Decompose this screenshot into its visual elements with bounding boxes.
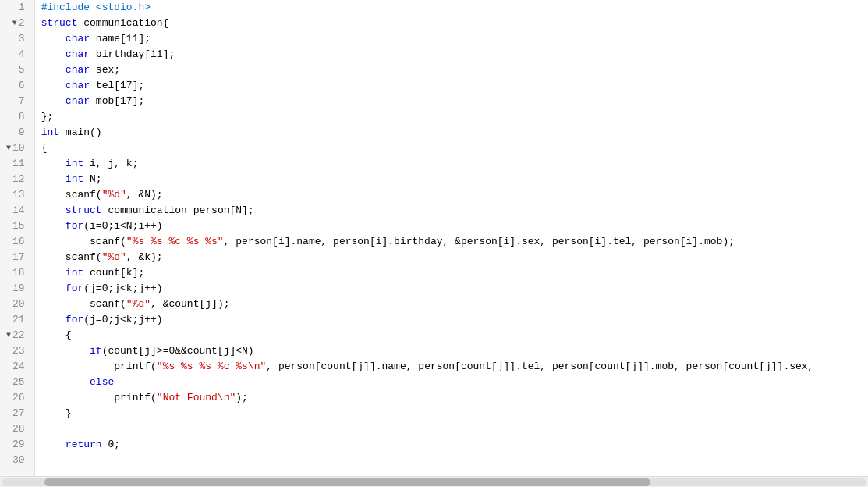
line-number-28: 28 <box>6 421 28 437</box>
code-line-17: scanf("%d", &k); <box>35 250 868 265</box>
editor-container: 1▼23456789▼101112131415161718192021▼2223… <box>0 0 868 487</box>
code-line-10: { <box>35 140 868 156</box>
code-line-12: int N; <box>35 172 868 187</box>
code-line-13: scanf("%d", &N); <box>35 187 868 203</box>
line-number-16: 16 <box>6 234 28 250</box>
line-number-25: 25 <box>6 375 28 390</box>
code-line-24: printf("%s %s %s %c %s\n", person[count[… <box>35 359 868 375</box>
line-numbers: 1▼23456789▼101112131415161718192021▼2223… <box>0 0 35 476</box>
line-number-14: 14 <box>6 203 28 219</box>
code-line-5: char sex; <box>35 62 868 78</box>
code-line-22: { <box>35 328 868 343</box>
code-area: 1▼23456789▼101112131415161718192021▼2223… <box>0 0 868 476</box>
code-line-29: return 0; <box>35 437 868 453</box>
scrollbar-thumb[interactable] <box>44 478 650 486</box>
code-line-30 <box>35 453 868 468</box>
code-line-25: else <box>35 375 868 390</box>
code-line-9: int main() <box>35 125 868 140</box>
line-number-17: 17 <box>6 250 28 265</box>
code-line-23: if(count[j]>=0&&count[j]<N) <box>35 343 868 359</box>
code-content[interactable]: #include <stdio.h>struct communication{ … <box>35 0 868 476</box>
line-number-29: 29 <box>6 437 28 453</box>
code-line-19: for(j=0;j<k;j++) <box>35 281 868 297</box>
line-number-20: 20 <box>6 297 28 312</box>
line-number-19: 19 <box>6 281 28 297</box>
line-number-23: 23 <box>6 343 28 359</box>
line-number-27: 27 <box>6 406 28 421</box>
scrollbar[interactable] <box>0 476 868 487</box>
code-line-27: } <box>35 406 868 421</box>
line-number-13: 13 <box>6 187 28 203</box>
code-line-1: #include <stdio.h> <box>35 0 868 16</box>
line-number-12: 12 <box>6 172 28 187</box>
scrollbar-track[interactable] <box>2 478 866 486</box>
code-line-14: struct communication person[N]; <box>35 203 868 219</box>
code-line-26: printf("Not Found\n"); <box>35 390 868 406</box>
line-number-5: 5 <box>6 62 28 78</box>
line-number-4: 4 <box>6 47 28 62</box>
line-number-6: 6 <box>6 78 28 94</box>
code-line-21: for(j=0;j<k;j++) <box>35 312 868 328</box>
code-line-2: struct communication{ <box>35 16 868 31</box>
line-number-22: ▼22 <box>6 328 28 343</box>
line-number-21: 21 <box>6 312 28 328</box>
code-line-3: char name[11]; <box>35 31 868 47</box>
code-line-4: char birthday[11]; <box>35 47 868 62</box>
code-line-18: int count[k]; <box>35 265 868 281</box>
line-number-26: 26 <box>6 390 28 406</box>
code-line-8: }; <box>35 109 868 125</box>
line-number-10: ▼10 <box>6 140 28 156</box>
code-line-16: scanf("%s %s %c %s %s", person[i].name, … <box>35 234 868 250</box>
code-line-28 <box>35 421 868 437</box>
code-line-6: char tel[17]; <box>35 78 868 94</box>
line-number-9: 9 <box>6 125 28 140</box>
line-number-8: 8 <box>6 109 28 125</box>
line-number-2: ▼2 <box>6 16 28 31</box>
line-number-7: 7 <box>6 94 28 109</box>
code-line-20: scanf("%d", &count[j]); <box>35 297 868 312</box>
line-number-3: 3 <box>6 31 28 47</box>
code-line-15: for(i=0;i<N;i++) <box>35 219 868 234</box>
line-number-11: 11 <box>6 156 28 172</box>
line-number-15: 15 <box>6 219 28 234</box>
line-number-1: 1 <box>6 0 28 16</box>
line-number-24: 24 <box>6 359 28 375</box>
code-line-7: char mob[17]; <box>35 94 868 109</box>
code-line-11: int i, j, k; <box>35 156 868 172</box>
line-number-30: 30 <box>6 453 28 468</box>
line-number-18: 18 <box>6 265 28 281</box>
